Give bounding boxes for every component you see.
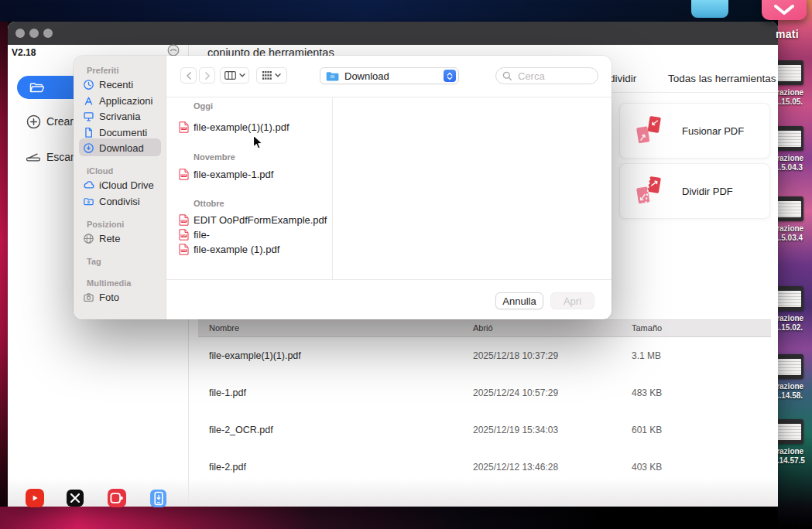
nav-arrows — [180, 67, 215, 84]
camera-icon — [83, 292, 94, 303]
col-name[interactable]: Nombre — [209, 323, 239, 333]
chevron-right-icon — [204, 72, 211, 80]
chevron-down-icon — [275, 73, 281, 77]
downloads-folder-icon — [326, 71, 339, 81]
window-minimize-button[interactable] — [29, 29, 39, 38]
split-pdf-label: Dividir PDF — [682, 186, 733, 197]
group-header-october: Ottobre — [194, 199, 224, 208]
split-pdf-icon — [631, 173, 666, 209]
file-row[interactable]: PDF file-example(1)(1).pdf — [179, 120, 290, 135]
plus-circle-icon — [26, 114, 41, 129]
chevron-left-icon — [186, 72, 192, 80]
col-size[interactable]: Tamaño — [632, 323, 662, 333]
search-icon — [502, 71, 512, 81]
open-file-dialog: Preferiti Recenti Applicazioni Scrivania… — [74, 56, 612, 319]
file-row[interactable]: PDF file- — [179, 227, 210, 242]
grid-icon — [262, 71, 272, 80]
merge-pdf-icon — [631, 113, 666, 148]
list-bottom-separator — [166, 279, 612, 280]
download-icon — [83, 142, 94, 154]
search-input[interactable] — [516, 70, 591, 83]
desktop-file-thumbnail[interactable] — [774, 419, 803, 444]
svg-text:PDF: PDF — [181, 220, 186, 223]
create-pdf-button[interactable] — [26, 114, 41, 129]
pdf-file-icon: PDF — [179, 214, 189, 226]
file-row[interactable]: PDF EDIT OoPdfFormExample.pdf — [179, 213, 327, 227]
table-row[interactable]: file-1.pdf 2025/12/24 10:57:29 483 KB — [198, 375, 771, 412]
view-mode-button[interactable] — [220, 67, 249, 84]
file-row[interactable]: PDF file-example-1.pdf — [179, 167, 273, 182]
toolbar-badge-icon[interactable] — [166, 44, 180, 56]
pdf-file-icon: PDF — [179, 169, 189, 180]
sidebar-item-icloud-drive[interactable]: iCloud Drive — [83, 177, 154, 193]
sidebar-item-photos[interactable]: Foto — [83, 289, 119, 305]
desktop-icon — [83, 111, 94, 122]
desktop-file-thumbnail[interactable] — [774, 196, 803, 221]
clock-icon — [83, 79, 94, 90]
group-by-button[interactable] — [256, 67, 287, 84]
sidebar-item-downloads[interactable]: Download — [83, 140, 144, 155]
sidebar-item-desktop[interactable]: Scrivania — [83, 108, 140, 124]
titlebar[interactable] — [8, 22, 778, 45]
icloud-icon — [83, 179, 94, 191]
search-field[interactable] — [495, 67, 598, 84]
forward-button[interactable] — [199, 67, 215, 84]
window-close-button[interactable] — [15, 29, 25, 38]
video-overlay-pink-card — [762, 0, 807, 20]
file-row[interactable]: PDF file-example (1).pdf — [179, 242, 279, 257]
sidebar-item-network[interactable]: Rete — [83, 230, 120, 246]
app-store-red-icon[interactable] — [108, 489, 126, 507]
column-divider[interactable] — [332, 97, 333, 279]
sidebar-item-recents[interactable]: Recenti — [83, 77, 133, 92]
window-zoom-button[interactable] — [43, 29, 53, 38]
desktop-file-thumbnail[interactable] — [774, 354, 803, 379]
dropdown-stepper-icon — [444, 70, 456, 82]
back-button[interactable] — [180, 67, 197, 84]
merge-pdf-label: Fusionar PDF — [682, 125, 744, 137]
desktop-file-thumbnail[interactable] — [774, 286, 803, 311]
location-dropdown[interactable]: Download — [320, 67, 459, 84]
desktop-wallpaper-top — [0, 0, 812, 22]
shared-folder-icon — [83, 196, 94, 207]
video-overlay-cyan-card — [691, 0, 728, 18]
svg-text:PDF: PDF — [181, 234, 186, 237]
location-label: Download — [344, 70, 389, 82]
group-header-november: Novembre — [194, 152, 235, 162]
applications-icon — [83, 95, 94, 107]
video-overlay-text: mati — [776, 28, 799, 40]
svg-text:PDF: PDF — [181, 174, 186, 177]
chevron-down-icon — [239, 73, 245, 77]
open-folder-icon — [29, 82, 45, 94]
cancel-button[interactable]: Annulla — [495, 292, 543, 309]
sidebar-section-tags: Tag — [87, 257, 101, 266]
mobile-app-icon[interactable] — [150, 490, 166, 507]
desktop-file-thumbnail[interactable] — [774, 126, 803, 151]
sidebar-item-shared[interactable]: Condivisi — [83, 193, 140, 209]
youtube-icon[interactable] — [26, 489, 44, 507]
split-pdf-card[interactable]: Dividir PDF — [619, 163, 770, 219]
table-row[interactable]: file-example(1)(1).pdf 2025/12/18 10:37:… — [198, 338, 771, 375]
col-opened[interactable]: Abrió — [473, 323, 493, 333]
x-icon[interactable] — [67, 490, 84, 507]
svg-text:PDF: PDF — [181, 249, 186, 252]
toolbar-separator — [166, 97, 612, 97]
group-header-today: Oggi — [194, 101, 213, 111]
sidebar-section-icloud: iCloud — [87, 166, 113, 176]
sidebar-section-locations: Posizioni — [87, 220, 124, 229]
network-icon — [83, 233, 94, 244]
sidebar-item-documents[interactable]: Documenti — [83, 125, 147, 140]
scan-button[interactable] — [26, 151, 41, 162]
nav-tab-all-tools[interactable]: Todas las herramientas — [668, 73, 776, 84]
desktop-file-thumbnail[interactable] — [774, 60, 803, 85]
app-version: V2.18 — [12, 47, 36, 58]
document-icon — [83, 127, 94, 138]
table-row[interactable]: file-2_OCR.pdf 2025/12/19 15:34:03 601 K… — [198, 412, 771, 449]
sidebar-item-applications[interactable]: Applicazioni — [83, 93, 152, 108]
scan-label[interactable]: Escan — [46, 151, 77, 163]
create-label[interactable]: Crear — [46, 115, 74, 128]
scanner-icon — [26, 151, 41, 162]
sidebar-section-media: Multimedia — [87, 278, 131, 288]
open-button[interactable]: Apri — [550, 292, 594, 309]
merge-pdf-card[interactable]: Fusionar PDF — [619, 103, 770, 159]
nav-tab-divide[interactable]: dividir — [609, 73, 636, 84]
